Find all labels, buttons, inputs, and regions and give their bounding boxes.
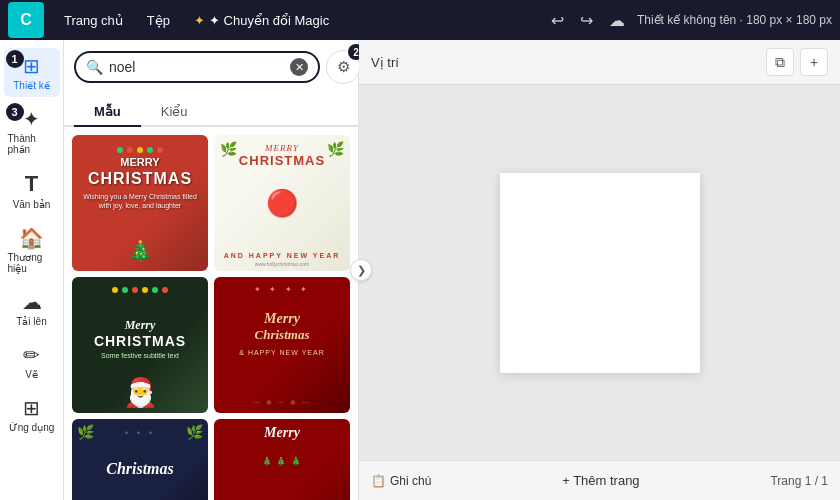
design-title: Thiết kế không tên · 180 px × 180 px (637, 13, 832, 27)
template-4-sub-text: Christmas (214, 327, 350, 343)
tab-kieu[interactable]: Kiểu (141, 98, 208, 127)
notes-icon: 📋 (371, 474, 386, 488)
notes-label: Ghi chú (390, 474, 431, 488)
sidebar-label-van-ban: Văn bản (13, 199, 51, 210)
panel-collapse-button[interactable]: ❯ (350, 259, 372, 281)
undo-button[interactable]: ↩ (547, 7, 568, 34)
nav-home[interactable]: Trang chủ (52, 7, 135, 34)
apps-icon: ⊞ (23, 396, 40, 420)
design-icon: ⊞ (23, 54, 40, 78)
draw-icon: ✏ (23, 343, 40, 367)
notes-button[interactable]: 📋 Ghi chú (371, 474, 431, 488)
duplicate-page-button[interactable]: ⧉ (766, 48, 794, 76)
sidebar-label-tai-len: Tải lên (16, 316, 46, 327)
sidebar-item-thiet-ke-wrap: 1 ⊞ Thiết kế (4, 48, 60, 97)
sidebar-item-thanh-phan-wrap: 3 ✦ Thành phần (4, 101, 60, 161)
badge-3: 3 (6, 103, 24, 121)
badge-1: 1 (6, 50, 24, 68)
upload-icon: ☁ (22, 290, 42, 314)
nav-magic[interactable]: ✦ ✦ Chuyển đổi Magic (182, 7, 341, 34)
template-card-5[interactable]: * * * Christmas 🌿 🌿 (72, 419, 208, 500)
canvas-page (500, 173, 700, 373)
sidebar-label-ve: Vẽ (25, 369, 38, 380)
panel-sidebar: 🔍 ✕ 2 ⚙ Mẫu Kiểu (64, 40, 359, 500)
sidebar-item-ve[interactable]: ✏ Vẽ (4, 337, 60, 386)
canvas-top-bar: Vị trí ⧉ + (359, 40, 840, 85)
search-area: 🔍 ✕ 2 ⚙ (64, 40, 358, 84)
canvas-top-actions: ⧉ + (766, 48, 828, 76)
sidebar-item-van-ban[interactable]: T Văn bản (4, 165, 60, 216)
main-area: 1 ⊞ Thiết kế 3 ✦ Thành phần T Văn bản 🏠 … (0, 40, 840, 500)
redo-button[interactable]: ↪ (576, 7, 597, 34)
panel-tabs: Mẫu Kiểu (64, 90, 358, 127)
elements-icon: ✦ (23, 107, 40, 131)
template-1-main-text: CHRISTMAS (72, 169, 208, 188)
template-card-3[interactable]: Merry CHRISTMAS Some festive subtitle te… (72, 277, 208, 413)
canvas-workspace[interactable] (359, 85, 840, 460)
templates-scroll: MERRY CHRISTMAS Wishing you a Merry Chri… (64, 127, 358, 500)
canvas-bottom-bar: 📋 Ghi chú + Thêm trang Trang 1 / 1 (359, 460, 840, 500)
sidebar-item-thuong-hieu[interactable]: 🏠 Thương hiệu (4, 220, 60, 280)
sidebar-label-thanh-phan: Thành phần (8, 133, 56, 155)
template-4-extra: & HAPPY NEW YEAR (214, 349, 350, 356)
navbar: C Trang chủ Tệp ✦ ✦ Chuyển đổi Magic ↩ ↪… (0, 0, 840, 40)
template-card-2[interactable]: MERRY CHRISTMAS 🔴 🌿 🌿 AND HAPPY NEW YEAR… (214, 135, 350, 271)
sidebar-label-thuong-hieu: Thương hiệu (8, 252, 56, 274)
sidebar-item-ung-dung[interactable]: ⊞ Ứng dụng (4, 390, 60, 439)
template-card-4[interactable]: ✦ ✦ ✦ ✦ Merry Christmas & HAPPY NEW YEAR… (214, 277, 350, 413)
tab-mau[interactable]: Mẫu (74, 98, 141, 127)
add-page-button[interactable]: + Thêm trang (554, 469, 647, 492)
text-icon: T (25, 171, 38, 197)
filter-btn-wrap: 2 ⚙ (326, 50, 360, 84)
canvas-breadcrumb: Vị trí (371, 55, 399, 70)
add-canvas-button[interactable]: + (800, 48, 828, 76)
navbar-actions: ↩ ↪ ☁ Thiết kế không tên · 180 px × 180 … (547, 7, 832, 34)
search-icon: 🔍 (86, 59, 103, 75)
sidebar-label-thiet-ke: Thiết kế (13, 80, 49, 91)
page-indicator: Trang 1 / 1 (770, 474, 828, 488)
template-3-sub-text: CHRISTMAS (72, 333, 208, 349)
nav-file[interactable]: Tệp (135, 7, 182, 34)
sidebar-item-tai-len[interactable]: ☁ Tải lên (4, 284, 60, 333)
templates-grid: MERRY CHRISTMAS Wishing you a Merry Chri… (72, 135, 350, 500)
icon-sidebar: 1 ⊞ Thiết kế 3 ✦ Thành phần T Văn bản 🏠 … (0, 40, 64, 500)
template-card-6[interactable]: Merry 🎄 🎄 🎄 CHRISTMAS (214, 419, 350, 500)
template-4-main-text: Merry (214, 311, 350, 327)
sidebar-label-ung-dung: Ứng dụng (9, 422, 55, 433)
app-logo[interactable]: C (8, 2, 44, 38)
template-5-main-text: Christmas (72, 460, 208, 478)
template-6-main-text: Merry (264, 425, 300, 441)
search-box[interactable]: 🔍 ✕ (74, 51, 320, 83)
magic-star-icon: ✦ (194, 13, 205, 28)
canvas-area: Vị trí ⧉ + 📋 Ghi chú + Thêm trang Trang … (359, 40, 840, 500)
cloud-save-button[interactable]: ☁ (605, 7, 629, 34)
search-input[interactable] (109, 59, 284, 75)
template-card-1[interactable]: MERRY CHRISTMAS Wishing you a Merry Chri… (72, 135, 208, 271)
brand-icon: 🏠 (19, 226, 44, 250)
search-clear-button[interactable]: ✕ (290, 58, 308, 76)
